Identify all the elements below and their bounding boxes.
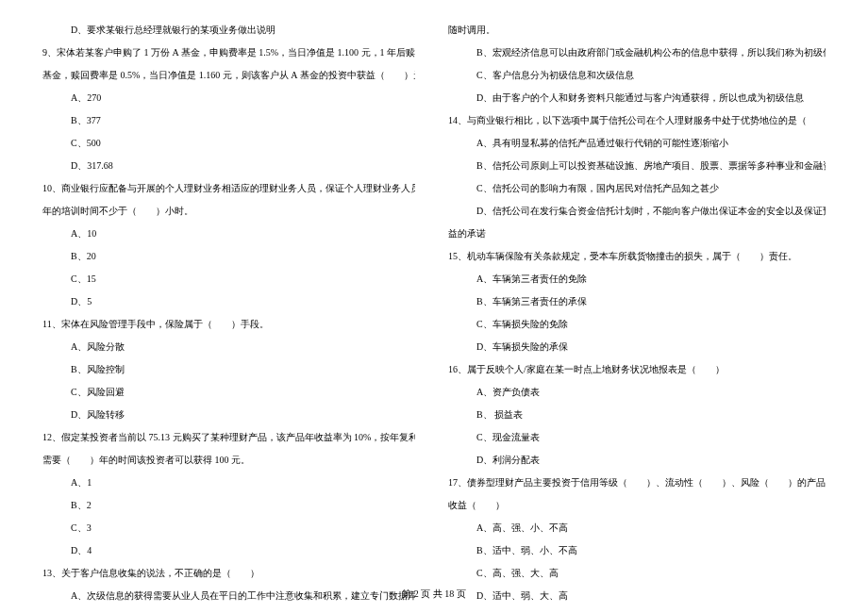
option-a: A、风险分散 xyxy=(42,336,415,358)
option-d: D、由于客户的个人和财务资料只能通过与客户沟通获得，所以也成为初级信息 xyxy=(448,87,826,109)
option-d-cont: 益的承诺 xyxy=(448,223,826,245)
question-16: 16、属于反映个人/家庭在某一时点上地财务状况地报表是（ ） xyxy=(448,358,826,381)
option-b: B、车辆第三者责任的承保 xyxy=(448,290,826,313)
option-c: C、现金流量表 xyxy=(448,426,826,449)
option-a-cont: 随时调用。 xyxy=(448,19,826,41)
question-14: 14、与商业银行相比，以下选项中属于信托公司在个人理财服务中处于优势地位的是（ … xyxy=(448,109,826,132)
option-d: D、信托公司在发行集合资金信托计划时，不能向客户做出保证本金的安全以及保证预期收 xyxy=(448,200,826,223)
option-d: D、风险转移 xyxy=(42,404,415,426)
option-c: C、风险回避 xyxy=(42,381,415,404)
option-c: C、15 xyxy=(42,268,415,290)
question-17-line2: 收益（ ） xyxy=(448,494,826,517)
option-b: B、20 xyxy=(42,245,415,268)
option-c: C、500 xyxy=(42,132,415,155)
option-c: C、客户信息分为初级信息和次级信息 xyxy=(448,64,826,87)
option-a: A、270 xyxy=(42,87,415,109)
option-b: B、风险控制 xyxy=(42,358,415,381)
question-10-line2: 年的培训时间不少于（ ）小时。 xyxy=(42,200,415,223)
option-a: A、高、强、小、不高 xyxy=(448,517,826,539)
option-d: D、利润分配表 xyxy=(448,449,826,472)
option-b: B、适中、弱、小、不高 xyxy=(448,539,826,562)
question-17-line1: 17、债券型理财产品主要投资于信用等级（ ）、流动性（ ）、风险（ ）的产品， xyxy=(448,472,826,494)
question-12-line1: 12、假定某投资者当前以 75.13 元购买了某种理财产品，该产品年收益率为 1… xyxy=(42,426,415,449)
option-b: B、377 xyxy=(42,109,415,132)
question-11: 11、宋体在风险管理手段中，保险属于（ ）手段。 xyxy=(42,313,415,336)
option-c: C、信托公司的影响力有限，国内居民对信托产品知之甚少 xyxy=(448,177,826,200)
option-d: D、适中、弱、大、高 xyxy=(448,585,826,607)
option-a: A、1 xyxy=(42,472,415,494)
option-a: A、车辆第三者责任的免除 xyxy=(448,268,826,290)
option-b: B、2 xyxy=(42,494,415,517)
option-a: A、10 xyxy=(42,223,415,245)
option-b: B、宏观经济信息可以由政府部门或金融机构公布的信息中获得，所以我们称为初级信息 xyxy=(448,41,826,64)
option-c: C、高、强、大、高 xyxy=(448,562,826,585)
option-d: D、车辆损失险的承保 xyxy=(448,336,826,358)
option-c: C、3 xyxy=(42,517,415,539)
option-b: B、信托公司原则上可以投资基础设施、房地产项目、股票、票据等多种事业和金融资产 xyxy=(448,155,826,177)
question-9-line1: 9、宋体若某客户申购了 1 万份 A 基金，申购费率是 1.5%，当日净值是 1… xyxy=(42,41,415,64)
option-d: D、4 xyxy=(42,539,415,562)
question-13: 13、关于客户信息收集的说法，不正确的是（ ） xyxy=(42,562,415,585)
option-d: D、要求某银行总经理就银行的某项业务做出说明 xyxy=(42,19,415,41)
option-b: B、 损益表 xyxy=(448,404,826,426)
option-d: D、317.68 xyxy=(42,155,415,177)
option-a: A、次级信息的获得需要从业人员在平日的工作中注意收集和积累，建立专门数据库，以便 xyxy=(42,585,415,607)
option-a: A、资产负债表 xyxy=(448,381,826,404)
left-column: D、要求某银行总经理就银行的某项业务做出说明 9、宋体若某客户申购了 1 万份 … xyxy=(28,19,434,575)
question-12-line2: 需要（ ）年的时间该投资者可以获得 100 元。 xyxy=(42,449,415,472)
right-column: 随时调用。 B、宏观经济信息可以由政府部门或金融机构公布的信息中获得，所以我们称… xyxy=(434,19,840,575)
option-d: D、5 xyxy=(42,290,415,313)
question-9-line2: 基金，赎回费率是 0.5%，当日净值是 1.160 元，则该客户从 A 基金的投… xyxy=(42,64,415,87)
exam-page: D、要求某银行总经理就银行的某项业务做出说明 9、宋体若某客户申购了 1 万份 … xyxy=(0,0,868,585)
option-c: C、车辆损失险的免除 xyxy=(448,313,826,336)
question-10-line1: 10、商业银行应配备与开展的个人理财业务相适应的理财业务人员，保证个人理财业务人… xyxy=(42,177,415,200)
option-a: A、具有明显私募的信托产品通过银行代销的可能性逐渐缩小 xyxy=(448,132,826,155)
question-15: 15、机动车辆保险有关条款规定，受本车所载货物撞击的损失，属于（ ）责任。 xyxy=(448,245,826,268)
